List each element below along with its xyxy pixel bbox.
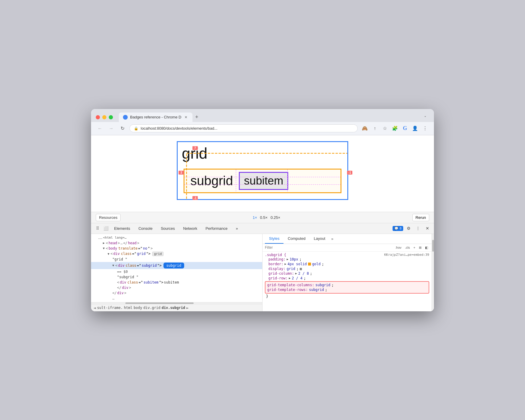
subgrid-label: subgrid bbox=[187, 172, 236, 189]
grid-icon[interactable] bbox=[300, 267, 304, 271]
dom-content: …… <html lang=… ▶ <head> … </head> ▼ bbox=[91, 234, 262, 302]
bc-div-grid[interactable]: div.grid bbox=[143, 306, 161, 310]
tab-elements[interactable]: Elements bbox=[110, 223, 134, 234]
styles-filter-input[interactable] bbox=[265, 245, 392, 250]
css-rule-subgrid: .subgrid { KKrajpZ?ani…pe=embed:39 paddi… bbox=[265, 253, 429, 298]
tab-performance[interactable]: Performance bbox=[201, 223, 231, 234]
new-tab-button[interactable]: + bbox=[192, 113, 201, 121]
content-area: grid 1 2 3 4 5 6 7 1 2 3 bbox=[91, 135, 434, 311]
left-num-3: 3 bbox=[179, 171, 184, 175]
traffic-lights bbox=[96, 115, 113, 119]
bc-body[interactable]: body bbox=[134, 306, 142, 310]
element-state-icon[interactable]: ⊞ bbox=[418, 245, 423, 250]
css-prop-grid-column: grid-column: ▶ 2 / 8; bbox=[265, 271, 429, 276]
devtools: ⠿ ⬜ Elements Console Sources Network Per… bbox=[91, 223, 434, 311]
bc-html[interactable]: html bbox=[124, 306, 132, 310]
settings-button[interactable]: ⚙ bbox=[404, 224, 413, 232]
bookmark-icon[interactable]: ☆ bbox=[381, 124, 389, 133]
dom-panel: …… <html lang=… ▶ <head> … </head> ▼ bbox=[91, 234, 262, 311]
hov-filter[interactable]: :hov bbox=[394, 245, 403, 250]
device-toolbar-button[interactable]: ⬜ bbox=[102, 224, 110, 232]
back-button[interactable]: ← bbox=[96, 124, 104, 133]
grid-num-n1: -1 bbox=[192, 196, 198, 200]
css-highlighted-box: grid-template-columns: subgrid; grid-tem… bbox=[265, 281, 429, 294]
add-style[interactable]: + bbox=[412, 245, 417, 250]
address-bar: ← → ↻ 🔒 localhost:8080/docs/devtools/ele… bbox=[91, 122, 434, 135]
dom-line-head[interactable]: ▶ <head> … </head> bbox=[91, 240, 262, 246]
dom-line-body[interactable]: ▼ <body translate="no" > bbox=[91, 246, 262, 251]
google-icon[interactable]: G bbox=[401, 124, 409, 133]
active-tab[interactable]: Badges reference - Chrome D ✕ bbox=[119, 113, 192, 122]
styles-scrollbar-thumb bbox=[432, 240, 434, 252]
breadcrumb-forward[interactable]: ► bbox=[186, 305, 189, 310]
reload-button[interactable]: ↻ bbox=[118, 124, 127, 133]
extension-icon[interactable]: 🧩 bbox=[391, 124, 399, 133]
tab-computed[interactable]: Computed bbox=[283, 234, 310, 244]
minimize-window-button[interactable] bbox=[102, 115, 106, 119]
zoom-025x-button[interactable]: 0.25× bbox=[270, 215, 280, 220]
subgrid-box: 1 2 3 -3 -2 -1 bbox=[184, 169, 341, 193]
tab-close-button[interactable]: ✕ bbox=[184, 115, 188, 120]
styles-more-tabs[interactable]: » bbox=[329, 234, 335, 243]
dom-scrollbar[interactable] bbox=[91, 302, 262, 304]
dom-line-ellipsis: … bbox=[91, 296, 262, 301]
dom-line-dollar-zero: == $0 bbox=[91, 269, 262, 274]
css-origin: KKrajpZ?ani…pe=embed:39 bbox=[384, 253, 429, 257]
close-window-button[interactable] bbox=[96, 115, 100, 119]
gold-color-swatch[interactable] bbox=[308, 263, 311, 266]
lock-icon: 🔒 bbox=[134, 126, 138, 131]
zoom-05x-button[interactable]: 0.5× bbox=[260, 215, 268, 220]
close-devtools-button[interactable]: ✕ bbox=[423, 224, 432, 232]
menu-button[interactable]: ⋮ bbox=[421, 124, 429, 133]
dom-line-div-subgrid[interactable]: ▼ <div class="subgrid"> subgrid bbox=[91, 262, 262, 269]
maximize-window-button[interactable] bbox=[109, 115, 113, 119]
resources-button[interactable]: Resources bbox=[96, 214, 121, 221]
inspect-element-button[interactable]: ⠿ bbox=[93, 224, 102, 232]
zoom-1x-button[interactable]: 1× bbox=[253, 215, 257, 220]
cls-filter[interactable]: .cls bbox=[404, 245, 411, 250]
issues-badge[interactable]: 💬 8 bbox=[393, 226, 403, 231]
bc-div-subgrid[interactable]: div.subgrid bbox=[162, 306, 185, 310]
styles-content: .subgrid { KKrajpZ?ani…pe=embed:39 paddi… bbox=[262, 252, 432, 311]
devtools-tabs: ⠿ ⬜ Elements Console Sources Network Per… bbox=[91, 223, 434, 234]
dom-line-text-grid[interactable]: "grid " bbox=[91, 257, 262, 262]
profile-icon[interactable]: 👤 bbox=[411, 124, 419, 133]
css-prop-padding: padding: ▶ 10px; bbox=[265, 257, 429, 262]
devtools-icons: 💬 8 ⚙ ⋮ ✕ bbox=[393, 224, 432, 232]
devtools-body: …… <html lang=… ▶ <head> … </head> ▼ bbox=[91, 234, 434, 311]
dom-line-text-subgrid[interactable]: "subgrid " bbox=[91, 274, 262, 280]
tab-sources[interactable]: Sources bbox=[157, 223, 179, 234]
filter-tools: :hov .cls + ⊞ ◧ bbox=[394, 245, 429, 250]
share-icon[interactable]: ↑ bbox=[371, 124, 379, 133]
more-options-button[interactable]: ⋮ bbox=[414, 224, 422, 232]
preview-area: grid 1 2 3 4 5 6 7 1 2 3 bbox=[91, 135, 434, 212]
rerun-button[interactable]: Rerun bbox=[412, 214, 429, 221]
tab-console[interactable]: Console bbox=[134, 223, 157, 234]
subitem-label: subitem bbox=[244, 175, 283, 187]
dom-line-div-subitem[interactable]: <div class="subitem"> subitem bbox=[91, 280, 262, 285]
tab-bar: Badges reference - Chrome D ✕ + ˅ bbox=[119, 113, 429, 122]
grid-num-7: 7 bbox=[192, 146, 198, 150]
subgrid-badge[interactable]: subgrid bbox=[163, 263, 184, 268]
dom-line-div-grid[interactable]: ▼ <div class="grid"> grid bbox=[91, 251, 262, 257]
dom-line-close-div2[interactable]: </div> bbox=[91, 290, 262, 296]
tab-network[interactable]: Network bbox=[179, 223, 202, 234]
breadcrumb-back[interactable]: ◄ bbox=[93, 305, 96, 310]
styles-scrollbar[interactable] bbox=[432, 234, 434, 311]
css-selector: .subgrid { bbox=[265, 253, 286, 257]
forward-button[interactable]: → bbox=[107, 124, 115, 133]
right-num-n1: -1 bbox=[347, 171, 352, 175]
url-bar[interactable]: 🔒 localhost:8080/docs/devtools/elements/… bbox=[129, 124, 358, 132]
dom-line-close-div1[interactable]: </div> bbox=[91, 285, 262, 290]
sidebar-toggle-icon[interactable]: ◧ bbox=[424, 245, 429, 250]
grid-badge[interactable]: grid bbox=[152, 252, 164, 256]
url-text: localhost:8080/docs/devtools/elements/ba… bbox=[141, 126, 217, 131]
bc-iframe[interactable]: sult-iframe. bbox=[97, 306, 123, 310]
tab-more[interactable]: » bbox=[232, 223, 242, 234]
tab-styles[interactable]: Styles bbox=[265, 234, 283, 244]
dom-line-html[interactable]: …… <html lang=… bbox=[91, 235, 262, 240]
grid-demo: grid 1 2 3 4 5 6 7 1 2 3 bbox=[177, 141, 348, 200]
tab-menu-button[interactable]: ˅ bbox=[421, 114, 429, 122]
cast-icon[interactable]: 🙈 bbox=[361, 124, 369, 133]
tab-layout[interactable]: Layout bbox=[310, 234, 329, 244]
